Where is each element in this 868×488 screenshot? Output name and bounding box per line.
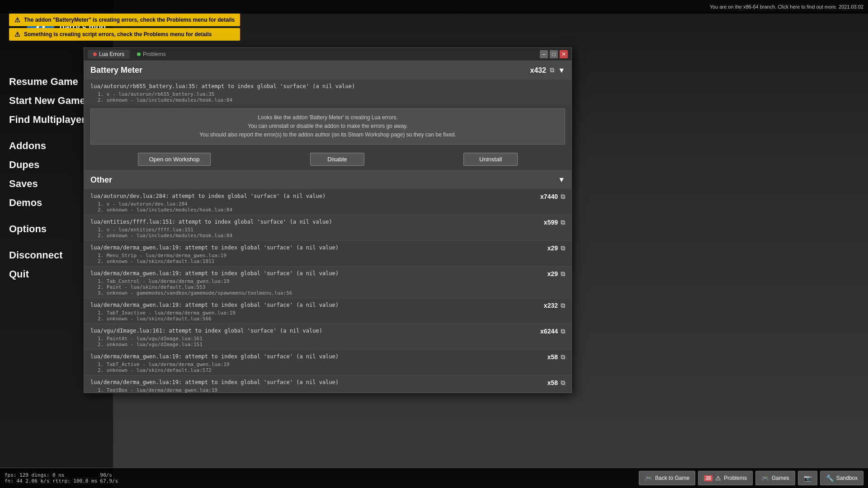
bottom-left: fps: 129 dings: 0 ns fn: 44 2.06 k/s rtt… [5,472,118,484]
error-trace-3-0: 1. Tab_Control - lua/derma/derma_gwen.lu… [90,278,547,284]
dialog-controls: – □ ✕ [540,50,568,58]
branch-text[interactable]: You are on the x86-64 branch. Click here… [710,4,863,9]
problems-icon: ⚠ [715,474,721,482]
error-entry-6: lua/derma/derma_gwen.lua:19: attempt to … [84,350,571,375]
screenshots-button[interactable]: 📷 [798,471,817,485]
error-count-1: x599 ⧉ [544,217,565,226]
notification-1[interactable]: ⚠ Something is creating script errors, c… [9,28,240,41]
maximize-button[interactable]: □ [550,50,558,58]
collapse-icon[interactable]: ▼ [558,66,565,75]
tab-problems-label: Problems [143,51,166,57]
open-workshop-button[interactable]: Open on Workshop [138,153,211,166]
error-count-3: x29 ⧉ [547,268,565,278]
top-bar[interactable]: You are on the x86-64 branch. Click here… [0,0,868,14]
battery-count-text: x432 [530,66,547,75]
other-collapse-icon[interactable]: ▼ [558,176,565,184]
games-label: Games [772,475,789,481]
error-trace-5-1: 2. unknown - lua/vgu/dImage.lua:151 [90,342,540,347]
error-trace-3-1: 2. Paint - lua/skins/default.lua:553 [90,284,547,290]
error-content-4: lua/derma/derma_gwen.lua:19: attempt to … [90,300,544,322]
sandbox-button[interactable]: 🔧 Sandbox [820,471,863,485]
games-icon: 🎮 [761,474,769,482]
other-section: Other ▼ lua/autorun/dev.lua:284: attempt… [84,171,571,393]
error-trace-4-0: 1. TabT_Inactive - lua/derma/derma_gwen.… [90,310,544,316]
error-entry-4: lua/derma/derma_gwen.lua:19: attempt to … [84,298,571,324]
battery-section-count: x432 ⧉ ▼ [530,66,565,75]
error-main-3: lua/derma/derma_gwen.lua:19: attempt to … [90,268,547,278]
error-entry-0: lua/autorun/dev.lua:284: attempt to inde… [84,189,571,215]
error-trace-4-1: 2. unknown - lua/skins/default.lua:566 [90,316,544,322]
error-trace-6-0: 1. TabT_Active - lua/derma/derma_gwen.lu… [90,361,547,367]
stats-right-1: 90/s [100,472,118,478]
problems-label: Problems [724,475,747,481]
error-count-5: x6244 ⧉ [540,326,565,335]
action-buttons: Open on Workshop Disable Uninstall [84,148,571,170]
error-content-3: lua/derma/derma_gwen.lua:19: attempt to … [90,268,547,296]
error-entry-5: lua/vgu/dImage.lua:161: attempt to index… [84,324,571,350]
copy-icon-3[interactable]: ⧉ [561,270,565,278]
back-to-game-button[interactable]: 🎮 Back to Game [639,471,695,485]
copy-icon-2[interactable]: ⧉ [561,244,565,252]
copy-icon-7[interactable]: ⧉ [561,379,565,387]
battery-error-block: lua/autorun/rb655_battery.lua:35: attemp… [84,80,571,105]
battery-meter-section: Battery Meter x432 ⧉ ▼ lua/autorun/rb655… [84,61,571,171]
close-button[interactable]: ✕ [560,50,568,58]
problems-button[interactable]: 20 ⚠ Problems [698,471,753,485]
other-section-count: ▼ [558,176,565,184]
error-entry-1: lua/entities/ffff.lua:151: attempt to in… [84,215,571,241]
error-count-7: x58 ⧉ [547,377,565,387]
error-main-2: lua/derma/derma_gwen.lua:19: attempt to … [90,243,547,253]
uninstall-button[interactable]: Uninstall [463,153,518,166]
error-count-0: x7440 ⧉ [540,191,565,201]
error-content-5: lua/vgu/dImage.lua:161: attempt to index… [90,326,540,347]
bottom-stats-right: 90/s 67.9/s [100,472,118,484]
lua-errors-dialog: Lua Errors Problems – □ ✕ Battery Meter … [84,47,572,393]
bottom-bar: fps: 129 dings: 0 ns fn: 44 2.06 k/s rtt… [0,468,868,488]
copy-icon-1[interactable]: ⧉ [561,219,565,226]
battery-copy-icon[interactable]: ⧉ [550,66,554,74]
other-section-header: Other ▼ [84,171,571,189]
error-trace-3-2: 3. unknown - gamemodes/sandbox/gamemode/… [90,290,547,296]
stats-line-1: fps: 129 dings: 0 ns [5,472,97,478]
disable-button[interactable]: Disable [310,153,364,166]
battery-section-header: Battery Meter x432 ⧉ ▼ [84,61,571,80]
error-trace-2-1: 2. unknown - lua/skins/default.lua:1011 [90,258,547,264]
games-button[interactable]: 🎮 Games [755,471,795,485]
error-trace-0-1: 2. unknown - lua/includes/modules/hook.l… [90,207,540,213]
dialog-titlebar: Lua Errors Problems – □ ✕ [84,48,571,61]
sandbox-label: Sandbox [836,475,858,481]
bottom-stats: fps: 129 dings: 0 ns fn: 44 2.06 k/s rtt… [5,472,97,484]
tab-lua-errors-label: Lua Errors [99,51,124,57]
copy-icon-4[interactable]: ⧉ [561,302,565,310]
error-trace-7-0: 1. TextBox - lua/derma/derma_gwen.lua:19 [90,387,547,393]
error-main-7: lua/derma/derma_gwen.lua:19: attempt to … [90,377,547,387]
tab-problems[interactable]: Problems [132,50,171,59]
copy-icon-6[interactable]: ⧉ [561,353,565,361]
error-trace-1-1: 2. unknown - lua/includes/modules/hook.l… [90,233,544,239]
notification-text-1: Something is creating script errors, che… [24,31,212,38]
problems-badge: 20 [704,475,712,481]
bottom-right: 🎮 Back to Game 20 ⚠ Problems 🎮 Games 📷 🔧… [639,471,863,485]
error-trace-2-0: 1. Menu_Strip - lua/derma/derma_gwen.lua… [90,253,547,258]
error-content-6: lua/derma/derma_gwen.lua:19: attempt to … [90,352,547,373]
error-trace-5-0: 1. PaintAt - lua/vgu/dImage.lua:161 [90,336,540,342]
battery-error-main: lua/autorun/rb655_battery.lua:35: attemp… [90,81,565,91]
minimize-button[interactable]: – [540,50,548,58]
copy-icon-5[interactable]: ⧉ [561,328,565,335]
error-main-1: lua/entities/ffff.lua:151: attempt to in… [90,217,544,227]
error-entry-7: lua/derma/derma_gwen.lua:19: attempt to … [84,375,571,393]
battery-error-trace-1: 2. unknown - lua/includes/modules/hook.l… [90,97,565,103]
error-trace-1-0: 1. v - lua/entities/ffff.lua:151 [90,227,544,233]
error-main-0: lua/autorun/dev.lua:284: attempt to inde… [90,191,540,201]
notification-0[interactable]: ⚠ The addon "BatteryMeter" is creating e… [9,14,240,26]
error-count-2: x29 ⧉ [547,243,565,252]
error-main-6: lua/derma/derma_gwen.lua:19: attempt to … [90,352,547,361]
error-entry-2: lua/derma/derma_gwen.lua:19: attempt to … [84,241,571,267]
error-trace-6-1: 2. unknown - lua/skins/default.lua:572 [90,367,547,373]
battery-section-title: Battery Meter [90,66,142,75]
error-entry-3: lua/derma/derma_gwen.lua:19: attempt to … [84,267,571,298]
tab-lua-errors[interactable]: Lua Errors [88,50,130,59]
stats-right-2: 67.9/s [100,478,118,484]
copy-icon-0[interactable]: ⧉ [561,193,565,201]
error-list[interactable]: lua/autorun/dev.lua:284: attempt to inde… [84,189,571,393]
